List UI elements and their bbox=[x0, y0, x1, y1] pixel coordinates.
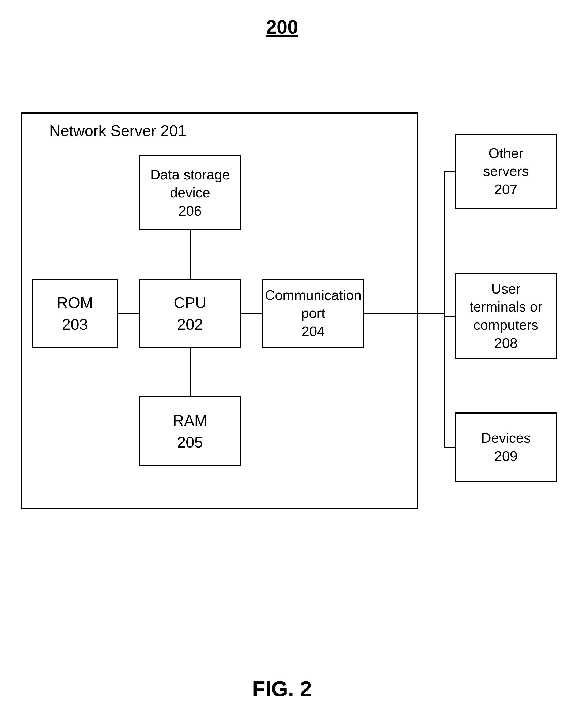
comm-port-label: Communicationport204 bbox=[265, 286, 361, 341]
data-storage-box: Data storagedevice206 bbox=[139, 155, 241, 230]
rom-box: ROM203 bbox=[32, 279, 118, 348]
page: 200 Network Server 201 Data storagedevic… bbox=[0, 0, 564, 728]
ram-label: RAM205 bbox=[173, 410, 208, 453]
ram-box: RAM205 bbox=[139, 396, 241, 466]
devices-label: Devices209 bbox=[481, 429, 531, 465]
user-terminals-label: Userterminals orcomputers208 bbox=[469, 280, 542, 352]
other-servers-box: Otherservers207 bbox=[455, 134, 557, 209]
server-label: Network Server 201 bbox=[49, 122, 187, 140]
cpu-box: CPU202 bbox=[139, 279, 241, 348]
rom-label: ROM203 bbox=[57, 292, 93, 335]
comm-port-box: Communicationport204 bbox=[262, 279, 364, 348]
cpu-label: CPU202 bbox=[174, 292, 207, 335]
data-storage-label: Data storagedevice206 bbox=[150, 166, 230, 220]
user-terminals-box: Userterminals orcomputers208 bbox=[455, 273, 557, 359]
fig-label: FIG. 2 bbox=[252, 677, 311, 701]
other-servers-label: Otherservers207 bbox=[483, 144, 529, 199]
diagram-title: 200 bbox=[266, 16, 298, 38]
diagram-area: Network Server 201 Data storagedevice206… bbox=[21, 112, 543, 621]
devices-box: Devices209 bbox=[455, 412, 557, 482]
